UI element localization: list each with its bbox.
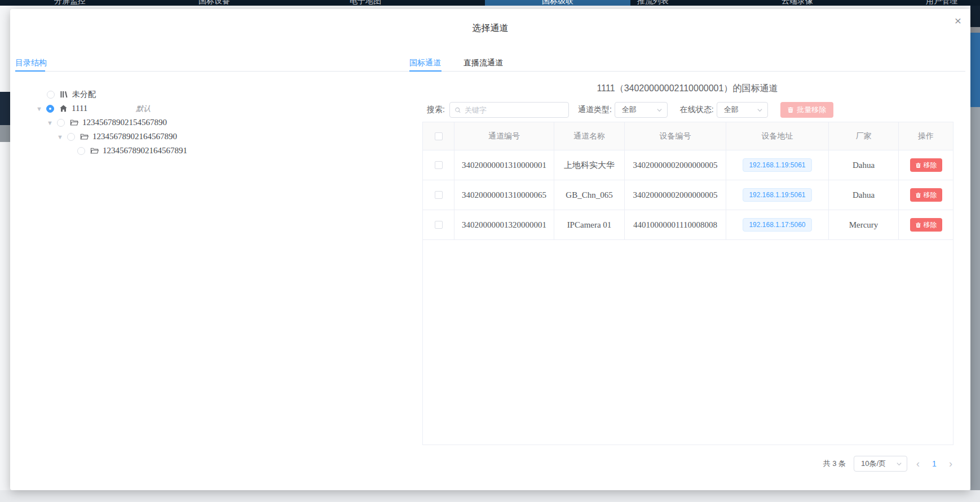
remove-label: 移除 [924, 161, 937, 170]
row-select-cell [423, 210, 454, 239]
page-size-value: 10条/页 [861, 459, 886, 469]
header-select-all-cell [423, 122, 454, 150]
background-left-fragment-gray [0, 125, 10, 142]
search-input-wrap[interactable] [449, 102, 569, 118]
nav-item-5[interactable]: 推流列表 [619, 0, 687, 6]
folder-icon [90, 146, 99, 155]
nav-item-4-active[interactable]: 国标级联 [524, 0, 591, 6]
channel-id-cell: 34020000001310000001 [454, 150, 554, 180]
chevron-down-icon [656, 107, 663, 113]
vendor-cell: Dahua [829, 180, 899, 210]
tree-node-folder-2[interactable]: ▼ 12345678902164567890 [57, 130, 177, 144]
device-addr-cell: 192.168.1.19:5061 [726, 150, 829, 180]
channel-type-select[interactable]: 全部 [615, 102, 668, 118]
row-select-cell [423, 180, 454, 210]
radio-unchecked[interactable] [47, 91, 55, 99]
select-all-checkbox[interactable] [435, 132, 443, 140]
radio-checked[interactable] [46, 105, 54, 113]
tab-stream-channel[interactable]: 直播流通道 [463, 56, 503, 71]
tree-node-unassigned[interactable]: 未分配 [47, 87, 96, 101]
caret-down-icon[interactable]: ▼ [57, 134, 67, 140]
device-id-cell: 34020000002000000005 [625, 180, 726, 210]
header-channel-id: 通道编号 [454, 122, 554, 150]
tree-node-label[interactable]: 1111 [72, 104, 87, 113]
online-status-select[interactable]: 全部 [717, 102, 768, 118]
caret-down-icon[interactable]: ▼ [47, 119, 57, 126]
batch-remove-button[interactable]: 批量移除 [780, 102, 833, 118]
default-badge: 默认 [136, 104, 151, 114]
header-vendor: 厂家 [829, 122, 899, 150]
remove-button[interactable]: 移除 [910, 218, 942, 232]
tab-underline-left [15, 70, 45, 72]
device-id-cell: 34020000002000000005 [625, 150, 726, 180]
background-right-fragment-blue [970, 33, 980, 107]
caret-down-icon[interactable]: ▼ [36, 105, 46, 112]
nav-item-1[interactable]: 分屏监控 [36, 0, 104, 6]
row-checkbox[interactable] [435, 221, 443, 229]
device-addr-cell: 192.168.1.19:5061 [726, 180, 829, 210]
header-device-id: 设备编号 [625, 122, 726, 150]
tree-node-label[interactable]: 12345678902164567891 [103, 146, 187, 156]
tree-node-folder-3[interactable]: 12345678902164567891 [77, 144, 187, 158]
search-input[interactable] [465, 106, 564, 114]
prev-page-icon[interactable]: ‹ [915, 459, 921, 469]
radio-unchecked[interactable] [57, 119, 65, 127]
table-row: 34020000001310000065 GB_Chn_065 34020000… [423, 180, 953, 210]
radio-unchecked[interactable] [67, 133, 75, 141]
section-title: 1111（34020000002110000001）的国标通道 [409, 83, 965, 95]
online-status-label: 在线状态: [680, 105, 714, 115]
tab-gb-channel[interactable]: 国标通道 [409, 56, 441, 71]
nav-item-2[interactable]: 国标设备 [180, 0, 248, 6]
tree-node-folder-1[interactable]: ▼ 12345678902154567890 [47, 115, 167, 130]
trash-icon [787, 106, 794, 113]
tree-node-label[interactable]: 未分配 [72, 90, 96, 100]
trash-icon [915, 192, 921, 198]
device-addr-cell: 192.168.1.17:5060 [726, 210, 829, 239]
device-addr-tag: 192.168.1.19:5061 [743, 188, 811, 202]
next-page-icon[interactable]: › [948, 459, 953, 469]
nav-item-6[interactable]: 云端录像 [763, 0, 831, 6]
page-number-current[interactable]: 1 [929, 459, 940, 468]
chevron-down-icon [757, 107, 763, 113]
filter-row: 搜索: 通道类型: 全部 在线状态: 全部 批量移除 [427, 102, 833, 118]
nav-item-7[interactable]: 用户管理 [908, 0, 975, 6]
channel-type-label: 通道类型: [578, 105, 612, 115]
background-right-fragment-panel [970, 107, 980, 490]
vendor-cell: Mercury [829, 210, 899, 239]
remove-button[interactable]: 移除 [910, 158, 942, 172]
folder-icon [70, 118, 78, 127]
folder-icon [80, 132, 89, 141]
row-checkbox[interactable] [435, 161, 443, 169]
tab-directory-structure[interactable]: 目录结构 [15, 56, 47, 71]
action-cell: 移除 [899, 210, 953, 239]
page-size-select[interactable]: 10条/页 [854, 456, 907, 472]
radio-unchecked[interactable] [77, 147, 85, 155]
close-icon[interactable]: × [955, 15, 961, 26]
pagination-total: 共 3 条 [823, 459, 846, 469]
tab-underline-gb [409, 70, 442, 72]
channel-id-cell: 34020000001320000001 [454, 210, 554, 239]
row-checkbox[interactable] [435, 191, 443, 199]
batch-remove-label: 批量移除 [797, 105, 826, 115]
nav-item-3[interactable]: 电子地图 [332, 0, 399, 6]
tree-node-label[interactable]: 12345678902154567890 [82, 118, 167, 127]
device-addr-tag: 192.168.1.19:5061 [743, 158, 811, 172]
channel-name-cell: GB_Chn_065 [554, 180, 625, 210]
remove-button[interactable]: 移除 [910, 188, 942, 202]
channel-type-value: 全部 [622, 105, 637, 115]
chevron-down-icon [896, 461, 902, 467]
table-header-row: 通道编号 通道名称 设备编号 设备地址 厂家 操作 [423, 122, 953, 150]
tree-node-1111[interactable]: ▼ 1111 默认 [36, 101, 151, 115]
pagination: 共 3 条 10条/页 ‹ 1 › [823, 456, 953, 472]
background-right-fragment-dark [970, 6, 980, 27]
header-channel-name: 通道名称 [554, 122, 625, 150]
tabs-divider [15, 71, 965, 72]
trash-icon [915, 162, 921, 168]
dialog-title: 选择通道 [10, 23, 970, 34]
header-action: 操作 [899, 122, 953, 150]
tree-node-label[interactable]: 12345678902164567890 [92, 132, 177, 141]
remove-label: 移除 [924, 220, 937, 230]
table-row: 34020000001310000001 上地科实大华 340200000020… [423, 150, 953, 180]
action-cell: 移除 [899, 180, 953, 210]
header-device-addr: 设备地址 [726, 122, 829, 150]
